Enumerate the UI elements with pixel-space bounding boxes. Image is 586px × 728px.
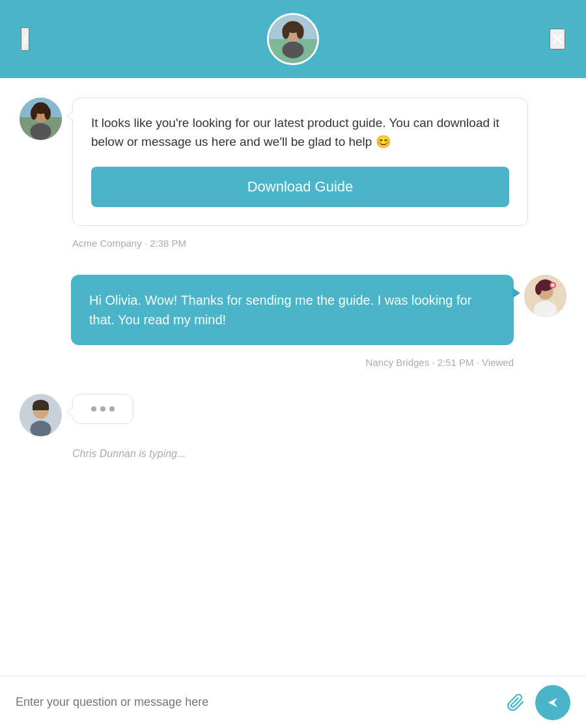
- svg-point-22: [551, 283, 555, 287]
- send-icon: [545, 695, 561, 710]
- close-button[interactable]: ✕: [550, 29, 565, 49]
- bot-message-text: It looks like you're looking for our lat…: [91, 114, 509, 151]
- user-bubble-wrapper: Hi Olivia. Wow! Thanks for sending me th…: [71, 275, 514, 345]
- typing-dot-3: [109, 406, 115, 412]
- bot-bubble: It looks like you're looking for our lat…: [72, 98, 528, 226]
- typing-label: Chris Dunnan is typing...: [72, 448, 566, 460]
- download-guide-button[interactable]: Download Guide: [91, 167, 509, 207]
- bot-avatar: [20, 98, 62, 140]
- bot-message-meta: Acme Company · 2:38 PM: [72, 238, 566, 249]
- typing-avatar: [20, 394, 62, 436]
- user-message-group: Hi Olivia. Wow! Thanks for sending me th…: [20, 275, 566, 345]
- typing-dot-1: [91, 406, 96, 412]
- svg-point-6: [282, 25, 289, 39]
- chat-container: It looks like you're looking for our lat…: [0, 78, 586, 676]
- typing-dot-2: [100, 406, 105, 412]
- bot-message-group: It looks like you're looking for our lat…: [20, 98, 566, 226]
- bot-bubble-wrapper: It looks like you're looking for our lat…: [72, 98, 566, 226]
- svg-point-7: [297, 25, 304, 39]
- typing-bubble: [72, 394, 133, 424]
- svg-point-14: [31, 107, 37, 120]
- header-avatar: [267, 13, 319, 65]
- user-avatar: [524, 275, 566, 317]
- attach-button[interactable]: [507, 693, 525, 712]
- svg-point-11: [31, 123, 51, 140]
- header: ‹ ✕: [0, 0, 586, 78]
- typing-group: [20, 394, 566, 436]
- bubble-arrow-right: [512, 288, 520, 298]
- back-button[interactable]: ‹: [21, 27, 29, 51]
- bubble-arrow: [66, 111, 74, 121]
- send-button[interactable]: [535, 685, 570, 720]
- svg-rect-27: [33, 405, 49, 410]
- input-bar: [0, 676, 586, 728]
- paperclip-icon: [507, 693, 525, 712]
- message-input[interactable]: [16, 695, 496, 709]
- typing-bubble-wrapper: [72, 394, 133, 424]
- svg-point-3: [282, 42, 303, 59]
- user-message-meta: Nancy Bridges · 2:51 PM · Viewed: [20, 357, 514, 368]
- typing-arrow: [66, 407, 74, 417]
- svg-point-20: [535, 283, 542, 295]
- user-bubble: Hi Olivia. Wow! Thanks for sending me th…: [71, 275, 514, 345]
- svg-point-15: [44, 107, 51, 120]
